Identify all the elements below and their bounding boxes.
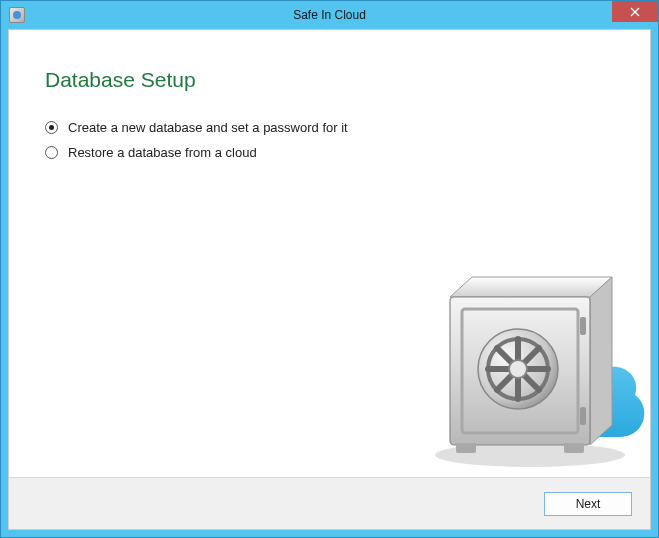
svg-point-13 — [509, 360, 527, 378]
svg-line-12 — [497, 348, 539, 390]
close-button[interactable] — [612, 1, 658, 22]
close-icon — [630, 7, 640, 17]
svg-rect-2 — [462, 309, 578, 433]
page-title: Database Setup — [45, 68, 614, 92]
setup-options: Create a new database and set a password… — [45, 120, 614, 160]
safe-cloud-illustration — [390, 237, 650, 477]
svg-rect-4 — [564, 443, 584, 453]
next-button[interactable]: Next — [544, 492, 632, 516]
option-create-new[interactable]: Create a new database and set a password… — [45, 120, 614, 135]
svg-point-7 — [478, 329, 558, 409]
titlebar: Safe In Cloud — [1, 1, 658, 29]
content-area: Database Setup Create a new database and… — [9, 30, 650, 477]
app-icon — [9, 7, 25, 23]
radio-indicator — [45, 121, 58, 134]
radio-indicator — [45, 146, 58, 159]
window-title: Safe In Cloud — [1, 8, 658, 22]
svg-point-0 — [435, 443, 625, 467]
option-label: Create a new database and set a password… — [68, 120, 348, 135]
option-label: Restore a database from a cloud — [68, 145, 257, 160]
footer-bar: Next — [9, 477, 650, 529]
svg-point-8 — [488, 339, 548, 399]
client-area: Database Setup Create a new database and… — [8, 29, 651, 530]
svg-rect-1 — [450, 297, 590, 445]
svg-rect-6 — [580, 407, 586, 425]
option-restore-cloud[interactable]: Restore a database from a cloud — [45, 145, 614, 160]
svg-rect-5 — [580, 317, 586, 335]
svg-rect-3 — [456, 443, 476, 453]
app-window: Safe In Cloud Database Setup Create a ne… — [0, 0, 659, 538]
svg-line-11 — [497, 348, 539, 390]
